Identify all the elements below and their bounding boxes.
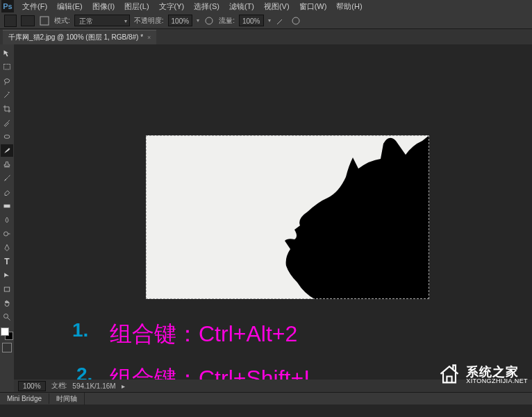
ps-logo: Ps [1, 0, 14, 12]
menu-image[interactable]: 图像(I) [88, 0, 119, 13]
menu-select[interactable]: 选择(S) [190, 0, 224, 13]
flow-input[interactable]: 100% [239, 15, 264, 26]
svg-rect-4 [4, 135, 10, 139]
eyedropper-tool[interactable] [1, 117, 13, 129]
cat-silhouette [276, 135, 429, 299]
canvas-area[interactable]: 1. 组合键：Ctrl+Alt+2 2. 组合键：Ctrl+Shift+I [14, 44, 532, 405]
flow-chevron-icon[interactable]: ▾ [268, 17, 271, 24]
docinfo-value: 594.1K/1.16M [72, 382, 115, 390]
brush-preset-picker[interactable] [21, 15, 35, 26]
tab-timeline[interactable]: 时间轴 [49, 393, 85, 405]
type-tool[interactable]: T [1, 255, 13, 268]
bottom-panel-tabs: Mini Bridge 时间轴 [0, 392, 532, 405]
tools-panel: T [0, 44, 14, 405]
svg-rect-0 [40, 17, 49, 25]
marquee-tool[interactable] [1, 61, 13, 74]
healing-tool[interactable] [1, 130, 13, 143]
brush-tool[interactable] [1, 144, 13, 157]
svg-rect-3 [4, 65, 10, 70]
lasso-tool[interactable] [1, 75, 13, 87]
svg-point-2 [292, 17, 299, 24]
dodge-tool[interactable] [1, 228, 13, 240]
annotation-line-1: 组合键：Ctrl+Alt+2 [110, 319, 297, 350]
zoom-tool[interactable] [1, 311, 13, 323]
history-brush-tool[interactable] [1, 172, 13, 185]
menu-edit[interactable]: 编辑(E) [53, 0, 87, 13]
magic-wand-tool[interactable] [1, 89, 13, 101]
gradient-tool[interactable] [1, 200, 13, 212]
pressure-size-icon[interactable] [290, 15, 301, 26]
document-tabbar: 千库网_猫2.jpg @ 100% (图层 1, RGB/8#) * × [0, 29, 532, 44]
mode-label: 模式: [54, 16, 70, 26]
menu-window[interactable]: 窗口(W) [295, 0, 331, 13]
crop-tool[interactable] [1, 103, 13, 115]
watermark-en: XITONGZHIJIA.NET [466, 378, 528, 384]
stamp-tool[interactable] [1, 158, 13, 171]
svg-point-1 [206, 17, 213, 24]
workspace: T 1. 组合键：Ctrl+Alt+2 2. 组合键：Ctrl+Shift+I [0, 44, 532, 405]
airbrush-icon[interactable] [275, 15, 286, 26]
pen-tool[interactable] [1, 241, 13, 254]
eraser-tool[interactable] [1, 186, 13, 198]
menu-type[interactable]: 文字(Y) [155, 0, 189, 13]
watermark: 系统之家 XITONGZHIJIA.NET [437, 361, 528, 388]
opacity-label: 不透明度: [134, 16, 164, 26]
tool-preset-picker[interactable] [4, 15, 17, 27]
hand-tool[interactable] [1, 297, 13, 309]
document-tab[interactable]: 千库网_猫2.jpg @ 100% (图层 1, RGB/8#) * × [3, 30, 156, 44]
svg-point-7 [4, 232, 8, 236]
opacity-input[interactable]: 100% [168, 15, 193, 26]
menu-filter[interactable]: 滤镜(T) [225, 0, 258, 13]
path-select-tool[interactable] [1, 269, 13, 282]
watermark-cn: 系统之家 [466, 366, 528, 378]
flow-label: 流量: [219, 16, 235, 26]
document-canvas[interactable] [146, 135, 429, 299]
pressure-opacity-icon[interactable] [203, 15, 215, 26]
close-tab-icon[interactable]: × [147, 34, 151, 41]
options-bar: 模式: 正常 不透明度: 100% ▾ 流量: 100% ▾ [0, 12, 532, 29]
opacity-chevron-icon[interactable]: ▾ [197, 17, 199, 24]
menu-help[interactable]: 帮助(H) [332, 0, 366, 13]
zoom-input[interactable]: 100% [18, 381, 46, 391]
tab-minibridge[interactable]: Mini Bridge [0, 393, 49, 404]
docinfo-arrow-icon[interactable]: ▸ [122, 382, 125, 390]
quickmask-toggle[interactable] [2, 343, 12, 352]
brush-panel-icon[interactable] [39, 15, 50, 26]
menu-view[interactable]: 视图(V) [260, 0, 294, 13]
svg-rect-6 [4, 205, 10, 208]
house-icon [437, 361, 462, 388]
svg-rect-8 [4, 287, 10, 291]
svg-point-9 [4, 314, 8, 318]
menubar: Ps 文件(F) 编辑(E) 图像(I) 图层(L) 文字(Y) 选择(S) 滤… [0, 0, 532, 12]
document-tab-title: 千库网_猫2.jpg @ 100% (图层 1, RGB/8#) * [8, 33, 143, 42]
svg-point-5 [5, 180, 6, 181]
annotation-number-1: 1. [72, 319, 88, 341]
docinfo-label: 文档: [51, 381, 67, 391]
shape-tool[interactable] [1, 283, 13, 296]
blend-mode-dropdown[interactable]: 正常 [74, 15, 130, 26]
color-swatches[interactable] [1, 327, 13, 340]
move-tool[interactable] [1, 47, 13, 60]
menu-layer[interactable]: 图层(L) [120, 0, 153, 13]
fg-color-swatch[interactable] [1, 327, 9, 336]
menu-file[interactable]: 文件(F) [18, 0, 51, 13]
blur-tool[interactable] [1, 214, 13, 226]
